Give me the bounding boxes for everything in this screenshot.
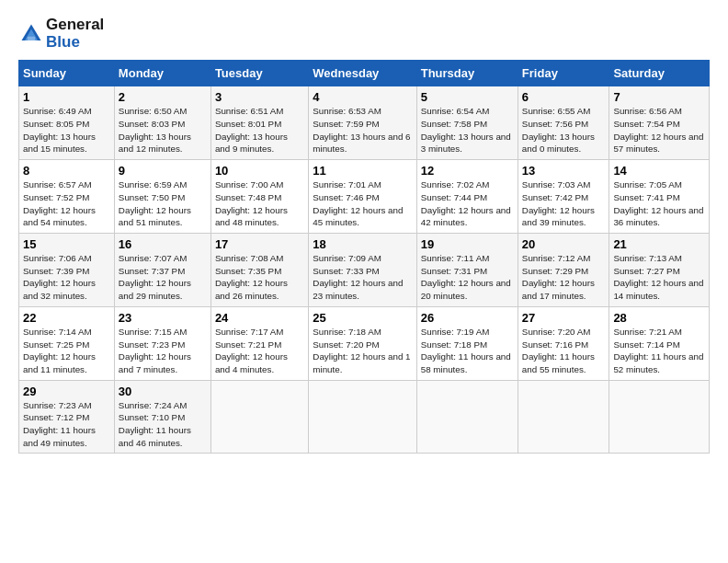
col-header-saturday: Saturday: [609, 61, 710, 86]
day-cell: [416, 380, 518, 454]
day-cell: 20 Sunrise: 7:12 AM Sunset: 7:29 PM Dayl…: [518, 234, 609, 307]
day-cell: 4 Sunrise: 6:53 AM Sunset: 7:59 PM Dayli…: [309, 86, 416, 160]
day-cell: 30 Sunrise: 7:24 AM Sunset: 7:10 PM Dayl…: [114, 380, 210, 454]
day-info: Sunrise: 6:59 AM Sunset: 7:50 PM Dayligh…: [119, 178, 207, 229]
day-number: 14: [613, 164, 705, 178]
day-number: 18: [313, 237, 412, 251]
col-header-thursday: Thursday: [416, 61, 518, 86]
day-number: 5: [421, 90, 514, 104]
day-cell: 7 Sunrise: 6:56 AM Sunset: 7:54 PM Dayli…: [609, 86, 710, 160]
logo: General Blue: [18, 17, 104, 51]
day-number: 26: [421, 311, 514, 325]
day-number: 9: [119, 164, 207, 178]
day-cell: [609, 380, 710, 454]
day-cell: 26 Sunrise: 7:19 AM Sunset: 7:18 PM Dayl…: [416, 306, 518, 380]
day-info: Sunrise: 7:06 AM Sunset: 7:39 PM Dayligh…: [23, 252, 110, 303]
day-cell: 6 Sunrise: 6:55 AM Sunset: 7:56 PM Dayli…: [518, 86, 609, 160]
header: General Blue: [18, 17, 710, 51]
day-cell: 27 Sunrise: 7:20 AM Sunset: 7:16 PM Dayl…: [518, 306, 609, 380]
day-cell: 1 Sunrise: 6:49 AM Sunset: 8:05 PM Dayli…: [19, 86, 115, 160]
day-number: 15: [23, 237, 110, 251]
day-info: Sunrise: 7:05 AM Sunset: 7:41 PM Dayligh…: [613, 178, 705, 229]
day-info: Sunrise: 7:09 AM Sunset: 7:33 PM Dayligh…: [313, 252, 412, 303]
day-cell: 24 Sunrise: 7:17 AM Sunset: 7:21 PM Dayl…: [210, 306, 308, 380]
day-info: Sunrise: 7:14 AM Sunset: 7:25 PM Dayligh…: [23, 326, 110, 376]
day-number: 28: [613, 311, 705, 325]
day-number: 3: [215, 90, 304, 104]
col-header-wednesday: Wednesday: [309, 61, 416, 86]
col-header-monday: Monday: [114, 61, 210, 86]
day-cell: 22 Sunrise: 7:14 AM Sunset: 7:25 PM Dayl…: [19, 306, 115, 380]
day-info: Sunrise: 7:11 AM Sunset: 7:31 PM Dayligh…: [421, 252, 514, 303]
day-cell: 15 Sunrise: 7:06 AM Sunset: 7:39 PM Dayl…: [19, 234, 115, 307]
day-cell: 21 Sunrise: 7:13 AM Sunset: 7:27 PM Dayl…: [609, 234, 710, 307]
day-info: Sunrise: 7:17 AM Sunset: 7:21 PM Dayligh…: [215, 326, 304, 376]
col-header-friday: Friday: [518, 61, 609, 86]
day-info: Sunrise: 7:01 AM Sunset: 7:46 PM Dayligh…: [313, 178, 412, 229]
day-cell: 18 Sunrise: 7:09 AM Sunset: 7:33 PM Dayl…: [309, 234, 416, 307]
day-info: Sunrise: 7:12 AM Sunset: 7:29 PM Dayligh…: [522, 252, 606, 303]
week-row-5: 29 Sunrise: 7:23 AM Sunset: 7:12 PM Dayl…: [19, 380, 710, 454]
day-cell: 14 Sunrise: 7:05 AM Sunset: 7:41 PM Dayl…: [609, 160, 710, 234]
day-number: 7: [613, 90, 705, 104]
day-cell: 25 Sunrise: 7:18 AM Sunset: 7:20 PM Dayl…: [309, 306, 416, 380]
day-number: 1: [23, 90, 110, 104]
day-cell: 17 Sunrise: 7:08 AM Sunset: 7:35 PM Dayl…: [210, 234, 308, 307]
day-number: 10: [215, 164, 304, 178]
day-number: 12: [421, 164, 514, 178]
day-number: 16: [119, 237, 207, 251]
day-number: 20: [522, 237, 606, 251]
day-cell: 12 Sunrise: 7:02 AM Sunset: 7:44 PM Dayl…: [416, 160, 518, 234]
day-number: 25: [313, 311, 412, 325]
day-info: Sunrise: 7:02 AM Sunset: 7:44 PM Dayligh…: [421, 178, 514, 229]
day-number: 19: [421, 237, 514, 251]
day-number: 23: [119, 311, 207, 325]
day-number: 13: [522, 164, 606, 178]
day-number: 17: [215, 237, 304, 251]
day-info: Sunrise: 7:00 AM Sunset: 7:48 PM Dayligh…: [215, 178, 304, 229]
day-info: Sunrise: 7:03 AM Sunset: 7:42 PM Dayligh…: [522, 178, 606, 229]
day-info: Sunrise: 6:57 AM Sunset: 7:52 PM Dayligh…: [23, 178, 110, 229]
day-cell: [210, 380, 308, 454]
day-cell: 19 Sunrise: 7:11 AM Sunset: 7:31 PM Dayl…: [416, 234, 518, 307]
logo-icon: [18, 21, 44, 47]
day-number: 4: [313, 90, 412, 104]
day-cell: 8 Sunrise: 6:57 AM Sunset: 7:52 PM Dayli…: [19, 160, 115, 234]
day-number: 22: [23, 311, 110, 325]
day-cell: 2 Sunrise: 6:50 AM Sunset: 8:03 PM Dayli…: [114, 86, 210, 160]
svg-rect-2: [28, 36, 35, 40]
page: General Blue SundayMondayTuesdayWednesda…: [0, 0, 728, 463]
day-cell: 3 Sunrise: 6:51 AM Sunset: 8:01 PM Dayli…: [210, 86, 308, 160]
day-cell: 28 Sunrise: 7:21 AM Sunset: 7:14 PM Dayl…: [609, 306, 710, 380]
day-cell: 13 Sunrise: 7:03 AM Sunset: 7:42 PM Dayl…: [518, 160, 609, 234]
day-number: 8: [23, 164, 110, 178]
day-number: 29: [23, 385, 110, 398]
day-number: 30: [119, 385, 207, 398]
day-cell: 9 Sunrise: 6:59 AM Sunset: 7:50 PM Dayli…: [114, 160, 210, 234]
day-info: Sunrise: 7:21 AM Sunset: 7:14 PM Dayligh…: [613, 326, 705, 376]
calendar-table: SundayMondayTuesdayWednesdayThursdayFrid…: [18, 60, 710, 454]
day-info: Sunrise: 7:13 AM Sunset: 7:27 PM Dayligh…: [613, 252, 705, 303]
week-row-2: 8 Sunrise: 6:57 AM Sunset: 7:52 PM Dayli…: [19, 160, 710, 234]
day-info: Sunrise: 7:15 AM Sunset: 7:23 PM Dayligh…: [119, 326, 207, 376]
day-info: Sunrise: 7:07 AM Sunset: 7:37 PM Dayligh…: [119, 252, 207, 303]
day-cell: [309, 380, 416, 454]
day-info: Sunrise: 7:18 AM Sunset: 7:20 PM Dayligh…: [313, 326, 412, 376]
day-info: Sunrise: 7:20 AM Sunset: 7:16 PM Dayligh…: [522, 326, 606, 376]
day-cell: 16 Sunrise: 7:07 AM Sunset: 7:37 PM Dayl…: [114, 234, 210, 307]
day-info: Sunrise: 7:23 AM Sunset: 7:12 PM Dayligh…: [23, 399, 110, 450]
day-number: 21: [613, 237, 705, 251]
day-info: Sunrise: 6:49 AM Sunset: 8:05 PM Dayligh…: [23, 105, 110, 155]
day-cell: 29 Sunrise: 7:23 AM Sunset: 7:12 PM Dayl…: [19, 380, 115, 454]
day-number: 24: [215, 311, 304, 325]
day-info: Sunrise: 6:50 AM Sunset: 8:03 PM Dayligh…: [119, 105, 207, 155]
day-number: 11: [313, 164, 412, 178]
col-header-sunday: Sunday: [19, 61, 115, 86]
day-cell: [518, 380, 609, 454]
day-cell: 5 Sunrise: 6:54 AM Sunset: 7:58 PM Dayli…: [416, 86, 518, 160]
day-number: 6: [522, 90, 606, 104]
day-info: Sunrise: 7:08 AM Sunset: 7:35 PM Dayligh…: [215, 252, 304, 303]
day-cell: 23 Sunrise: 7:15 AM Sunset: 7:23 PM Dayl…: [114, 306, 210, 380]
day-info: Sunrise: 7:24 AM Sunset: 7:10 PM Dayligh…: [119, 399, 207, 450]
week-row-1: 1 Sunrise: 6:49 AM Sunset: 8:05 PM Dayli…: [19, 86, 710, 160]
